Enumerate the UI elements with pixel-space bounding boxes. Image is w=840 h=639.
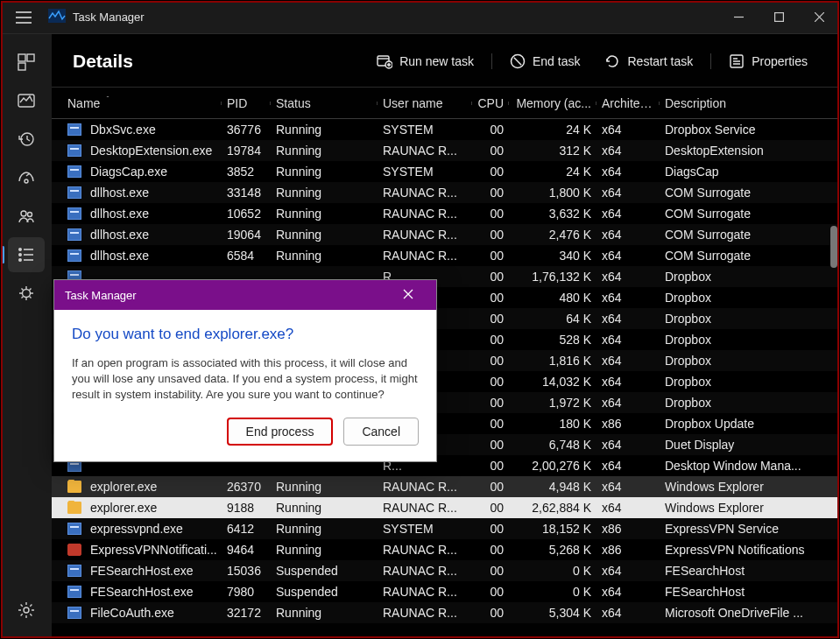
svg-point-11 xyxy=(19,254,21,256)
process-arch: x64 xyxy=(596,123,660,137)
column-cpu[interactable]: CPU xyxy=(472,96,509,110)
process-icon xyxy=(67,186,81,199)
process-memory: 312 K xyxy=(509,144,596,158)
svg-rect-2 xyxy=(18,54,25,61)
end-task-button[interactable]: End task xyxy=(499,48,590,74)
process-pid: 32172 xyxy=(222,606,271,620)
process-icon xyxy=(67,228,81,241)
process-icon xyxy=(67,502,81,514)
process-cpu: 00 xyxy=(472,438,509,452)
process-arch: x64 xyxy=(596,585,660,599)
nav-performance[interactable] xyxy=(8,83,45,118)
process-user: RAUNAC R... xyxy=(378,228,472,242)
column-architecture[interactable]: Architec... xyxy=(596,96,660,110)
action-label: Restart task xyxy=(627,54,693,68)
process-arch: x64 xyxy=(596,144,660,158)
column-status[interactable]: Status xyxy=(271,96,378,110)
window-maximize[interactable] xyxy=(759,1,799,34)
process-description: Dropbox xyxy=(660,312,839,326)
process-status: Running xyxy=(271,249,378,263)
process-arch: x64 xyxy=(596,165,660,179)
process-status: Running xyxy=(271,228,378,242)
table-row[interactable]: FESearchHost.exe15036SuspendedRAUNAC R..… xyxy=(52,560,839,581)
process-cpu: 00 xyxy=(472,480,509,494)
process-memory: 1,800 K xyxy=(509,186,596,200)
nav-details[interactable] xyxy=(8,237,45,272)
process-description: Dropbox xyxy=(660,396,839,410)
process-cpu: 00 xyxy=(472,270,509,284)
cancel-button[interactable]: Cancel xyxy=(343,418,419,446)
table-row[interactable]: ExpressVPNNotificati...9464RunningRAUNAC… xyxy=(52,539,839,560)
process-name: DbxSvc.exe xyxy=(90,123,156,137)
process-description: Dropbox xyxy=(660,270,839,284)
process-pid: 3852 xyxy=(222,165,271,179)
dialog-titlebar[interactable]: Task Manager xyxy=(54,280,436,310)
table-row[interactable]: FileCoAuth.exe32172RunningRAUNAC R...005… xyxy=(52,602,839,623)
process-memory: 480 K xyxy=(509,291,596,305)
nav-app-history[interactable] xyxy=(8,122,45,157)
process-memory: 0 K xyxy=(509,564,596,578)
process-description: Dropbox Update xyxy=(660,417,839,431)
process-pid: 26370 xyxy=(222,480,271,494)
scrollbar-thumb[interactable] xyxy=(830,226,837,268)
svg-rect-3 xyxy=(27,54,34,61)
page-title: Details xyxy=(73,51,133,72)
process-description: Desktop Window Mana... xyxy=(660,459,839,473)
process-description: COM Surrogate xyxy=(660,207,839,221)
process-icon xyxy=(67,144,81,157)
table-row[interactable]: FESearchHost.exe7980SuspendedRAUNAC R...… xyxy=(52,581,839,602)
process-cpu: 00 xyxy=(472,354,509,368)
end-process-button[interactable]: End process xyxy=(227,418,334,446)
nav-users[interactable] xyxy=(8,199,45,234)
nav-settings[interactable] xyxy=(8,593,45,628)
restart-task-button[interactable]: Restart task xyxy=(594,48,703,74)
dialog-heading: Do you want to end explorer.exe? xyxy=(72,326,419,343)
hamburger-menu[interactable] xyxy=(1,10,46,25)
process-description: Windows Explorer xyxy=(660,501,839,515)
process-cpu: 00 xyxy=(472,165,509,179)
process-arch: x64 xyxy=(596,333,660,347)
run-new-task-button[interactable]: Run new task xyxy=(366,48,484,74)
dialog-close-button[interactable] xyxy=(391,288,426,302)
process-user: RAUNAC R... xyxy=(378,585,472,599)
process-description: Dropbox xyxy=(660,291,839,305)
nav-services[interactable] xyxy=(8,276,45,311)
table-row[interactable]: DbxSvc.exe36776RunningSYSTEM0024 Kx64Dro… xyxy=(52,119,839,140)
process-status: Running xyxy=(271,207,378,221)
table-row[interactable]: DesktopExtension.exe19784RunningRAUNAC R… xyxy=(52,140,839,161)
column-pid[interactable]: PID xyxy=(222,96,271,110)
process-user: RAUNAC R... xyxy=(378,249,472,263)
process-name: ExpressVPNNotificati... xyxy=(90,543,217,557)
process-user: RAUNAC R... xyxy=(378,606,472,620)
table-row[interactable]: expressvpnd.exe6412RunningSYSTEM0018,152… xyxy=(52,518,839,539)
process-arch: x64 xyxy=(596,396,660,410)
table-row[interactable]: explorer.exe26370RunningRAUNAC R...004,9… xyxy=(52,476,839,497)
process-description: Windows Explorer xyxy=(660,480,839,494)
process-cpu: 00 xyxy=(472,585,509,599)
process-cpu: 00 xyxy=(472,228,509,242)
window-close[interactable] xyxy=(799,1,839,34)
process-description: Dropbox xyxy=(660,333,839,347)
process-description: ExpressVPN Service xyxy=(660,522,839,536)
process-icon xyxy=(67,249,81,262)
window-minimize[interactable] xyxy=(718,1,759,34)
nav-startup[interactable] xyxy=(8,160,45,195)
table-row[interactable]: dllhost.exe33148RunningRAUNAC R...001,80… xyxy=(52,182,839,203)
table-row[interactable]: dllhost.exe10652RunningRAUNAC R...003,63… xyxy=(52,203,839,224)
process-status: Running xyxy=(271,501,378,515)
table-row[interactable]: dllhost.exe6584RunningRAUNAC R...00340 K… xyxy=(52,245,839,266)
column-memory[interactable]: Memory (ac... xyxy=(509,96,596,110)
process-name: FESearchHost.exe xyxy=(90,585,194,599)
process-user: RAUNAC R... xyxy=(378,480,472,494)
column-description[interactable]: Description xyxy=(660,96,839,110)
svg-point-7 xyxy=(25,179,28,183)
nav-processes[interactable] xyxy=(8,45,45,80)
table-row[interactable]: dllhost.exe19064RunningRAUNAC R...002,47… xyxy=(52,224,839,245)
process-description: DesktopExtension xyxy=(660,144,839,158)
column-user[interactable]: User name xyxy=(378,96,472,110)
properties-button[interactable]: Properties xyxy=(718,48,818,74)
table-row[interactable]: explorer.exe9188RunningRAUNAC R...002,62… xyxy=(52,497,839,518)
table-row[interactable]: DiagsCap.exe3852RunningSYSTEM0024 Kx64Di… xyxy=(52,161,839,182)
svg-point-12 xyxy=(19,259,21,261)
column-name[interactable]: Name˄ xyxy=(62,96,222,110)
